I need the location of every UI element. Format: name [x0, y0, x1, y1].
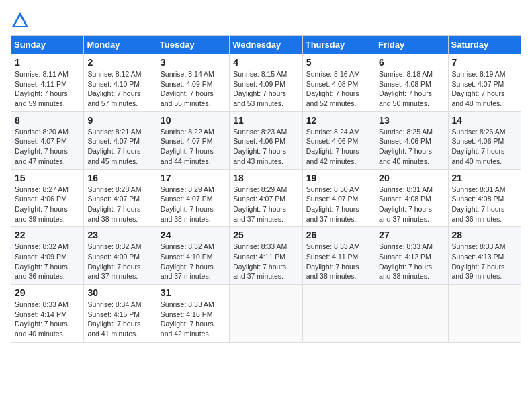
day-number: 27	[379, 230, 444, 240]
day-info: Sunrise: 8:18 AM Sunset: 4:08 PM Dayligh…	[379, 69, 444, 109]
day-info: Sunrise: 8:19 AM Sunset: 4:07 PM Dayligh…	[452, 69, 517, 109]
day-info: Sunrise: 8:33 AM Sunset: 4:12 PM Dayligh…	[379, 242, 444, 281]
day-number: 31	[161, 287, 226, 298]
logo	[11, 11, 32, 30]
day-cell-13: 13 Sunrise: 8:25 AM Sunset: 4:06 PM Dayl…	[375, 111, 448, 169]
day-cell-5: 5 Sunrise: 8:16 AM Sunset: 4:08 PM Dayli…	[302, 54, 375, 112]
col-sunday: Sunday	[11, 36, 84, 54]
calendar-week-row: 15 Sunrise: 8:27 AM Sunset: 4:06 PM Dayl…	[11, 169, 521, 227]
day-cell-26: 26 Sunrise: 8:33 AM Sunset: 4:11 PM Dayl…	[302, 227, 375, 285]
day-info: Sunrise: 8:33 AM Sunset: 4:13 PM Dayligh…	[452, 242, 517, 281]
day-number: 14	[452, 115, 517, 126]
calendar-week-row: 22 Sunrise: 8:32 AM Sunset: 4:09 PM Dayl…	[11, 227, 521, 285]
day-info: Sunrise: 8:28 AM Sunset: 4:07 PM Dayligh…	[87, 185, 152, 224]
day-info: Sunrise: 8:33 AM Sunset: 4:14 PM Dayligh…	[15, 300, 80, 339]
day-number: 20	[379, 173, 444, 183]
calendar-week-row: 8 Sunrise: 8:20 AM Sunset: 4:07 PM Dayli…	[11, 111, 521, 169]
day-number: 24	[161, 230, 226, 240]
day-number: 8	[15, 115, 80, 126]
day-cell-11: 11 Sunrise: 8:23 AM Sunset: 4:06 PM Dayl…	[230, 111, 302, 169]
day-number: 30	[87, 287, 152, 298]
day-number: 13	[379, 115, 444, 126]
day-number: 9	[87, 115, 152, 126]
logo-icon	[11, 11, 30, 30]
day-number: 26	[306, 230, 371, 240]
day-cell-31: 31 Sunrise: 8:33 AM Sunset: 4:16 PM Dayl…	[157, 285, 229, 342]
day-number: 4	[233, 57, 298, 68]
day-info: Sunrise: 8:29 AM Sunset: 4:07 PM Dayligh…	[233, 185, 298, 224]
day-number: 1	[15, 57, 80, 68]
day-number: 29	[15, 287, 80, 298]
day-number: 23	[87, 230, 152, 240]
day-cell-29: 29 Sunrise: 8:33 AM Sunset: 4:14 PM Dayl…	[11, 285, 84, 342]
day-info: Sunrise: 8:16 AM Sunset: 4:08 PM Dayligh…	[306, 69, 371, 109]
day-cell-15: 15 Sunrise: 8:27 AM Sunset: 4:06 PM Dayl…	[11, 169, 84, 227]
day-info: Sunrise: 8:12 AM Sunset: 4:10 PM Dayligh…	[87, 69, 152, 109]
day-cell-30: 30 Sunrise: 8:34 AM Sunset: 4:15 PM Dayl…	[84, 285, 157, 342]
page-header	[11, 11, 521, 30]
day-cell-24: 24 Sunrise: 8:32 AM Sunset: 4:10 PM Dayl…	[157, 227, 229, 285]
day-info: Sunrise: 8:27 AM Sunset: 4:06 PM Dayligh…	[15, 185, 80, 224]
day-number: 16	[87, 173, 152, 183]
day-info: Sunrise: 8:32 AM Sunset: 4:10 PM Dayligh…	[161, 242, 226, 281]
col-monday: Monday	[84, 36, 157, 54]
day-info: Sunrise: 8:26 AM Sunset: 4:06 PM Dayligh…	[452, 127, 517, 167]
day-number: 11	[233, 115, 298, 126]
day-info: Sunrise: 8:32 AM Sunset: 4:09 PM Dayligh…	[15, 242, 80, 281]
day-info: Sunrise: 8:31 AM Sunset: 4:08 PM Dayligh…	[452, 185, 517, 224]
day-info: Sunrise: 8:15 AM Sunset: 4:09 PM Dayligh…	[233, 69, 298, 109]
day-info: Sunrise: 8:20 AM Sunset: 4:07 PM Dayligh…	[15, 127, 80, 167]
day-info: Sunrise: 8:29 AM Sunset: 4:07 PM Dayligh…	[161, 185, 226, 224]
day-info: Sunrise: 8:14 AM Sunset: 4:09 PM Dayligh…	[161, 69, 226, 109]
col-thursday: Thursday	[302, 36, 375, 54]
day-cell-17: 17 Sunrise: 8:29 AM Sunset: 4:07 PM Dayl…	[157, 169, 229, 227]
day-number: 5	[306, 57, 371, 68]
day-number: 12	[306, 115, 371, 126]
day-number: 2	[87, 57, 152, 68]
day-info: Sunrise: 8:32 AM Sunset: 4:09 PM Dayligh…	[87, 242, 152, 281]
day-number: 19	[306, 173, 371, 183]
day-number: 22	[15, 230, 80, 240]
day-info: Sunrise: 8:24 AM Sunset: 4:06 PM Dayligh…	[306, 127, 371, 167]
day-number: 15	[15, 173, 80, 183]
day-number: 10	[161, 115, 226, 126]
day-info: Sunrise: 8:33 AM Sunset: 4:11 PM Dayligh…	[233, 242, 298, 281]
day-cell-27: 27 Sunrise: 8:33 AM Sunset: 4:12 PM Dayl…	[375, 227, 448, 285]
day-number: 6	[379, 57, 444, 68]
day-cell-6: 6 Sunrise: 8:18 AM Sunset: 4:08 PM Dayli…	[375, 54, 448, 112]
day-info: Sunrise: 8:33 AM Sunset: 4:11 PM Dayligh…	[306, 242, 371, 281]
day-cell-21: 21 Sunrise: 8:31 AM Sunset: 4:08 PM Dayl…	[448, 169, 521, 227]
calendar-table: Sunday Monday Tuesday Wednesday Thursday…	[11, 35, 521, 342]
col-saturday: Saturday	[448, 36, 521, 54]
day-info: Sunrise: 8:33 AM Sunset: 4:16 PM Dayligh…	[161, 300, 226, 339]
day-number: 21	[452, 173, 517, 183]
day-cell-8: 8 Sunrise: 8:20 AM Sunset: 4:07 PM Dayli…	[11, 111, 84, 169]
day-info: Sunrise: 8:11 AM Sunset: 4:11 PM Dayligh…	[15, 69, 80, 109]
day-info: Sunrise: 8:31 AM Sunset: 4:08 PM Dayligh…	[379, 185, 444, 224]
day-cell-7: 7 Sunrise: 8:19 AM Sunset: 4:07 PM Dayli…	[448, 54, 521, 112]
day-cell-25: 25 Sunrise: 8:33 AM Sunset: 4:11 PM Dayl…	[230, 227, 302, 285]
empty-cell	[302, 285, 375, 342]
day-cell-9: 9 Sunrise: 8:21 AM Sunset: 4:07 PM Dayli…	[84, 111, 157, 169]
day-cell-16: 16 Sunrise: 8:28 AM Sunset: 4:07 PM Dayl…	[84, 169, 157, 227]
day-cell-3: 3 Sunrise: 8:14 AM Sunset: 4:09 PM Dayli…	[157, 54, 229, 112]
day-cell-14: 14 Sunrise: 8:26 AM Sunset: 4:06 PM Dayl…	[448, 111, 521, 169]
day-cell-12: 12 Sunrise: 8:24 AM Sunset: 4:06 PM Dayl…	[302, 111, 375, 169]
day-info: Sunrise: 8:22 AM Sunset: 4:07 PM Dayligh…	[161, 127, 226, 167]
day-cell-20: 20 Sunrise: 8:31 AM Sunset: 4:08 PM Dayl…	[375, 169, 448, 227]
calendar-week-row: 29 Sunrise: 8:33 AM Sunset: 4:14 PM Dayl…	[11, 285, 521, 342]
empty-cell	[375, 285, 448, 342]
day-cell-19: 19 Sunrise: 8:30 AM Sunset: 4:07 PM Dayl…	[302, 169, 375, 227]
day-cell-18: 18 Sunrise: 8:29 AM Sunset: 4:07 PM Dayl…	[230, 169, 302, 227]
calendar-header-row: Sunday Monday Tuesday Wednesday Thursday…	[11, 36, 521, 54]
day-info: Sunrise: 8:23 AM Sunset: 4:06 PM Dayligh…	[233, 127, 298, 167]
day-number: 18	[233, 173, 298, 183]
day-cell-4: 4 Sunrise: 8:15 AM Sunset: 4:09 PM Dayli…	[230, 54, 302, 112]
empty-cell	[230, 285, 302, 342]
empty-cell	[448, 285, 521, 342]
calendar-week-row: 1 Sunrise: 8:11 AM Sunset: 4:11 PM Dayli…	[11, 54, 521, 112]
day-cell-22: 22 Sunrise: 8:32 AM Sunset: 4:09 PM Dayl…	[11, 227, 84, 285]
day-info: Sunrise: 8:21 AM Sunset: 4:07 PM Dayligh…	[87, 127, 152, 167]
col-friday: Friday	[375, 36, 448, 54]
day-info: Sunrise: 8:34 AM Sunset: 4:15 PM Dayligh…	[87, 300, 152, 339]
